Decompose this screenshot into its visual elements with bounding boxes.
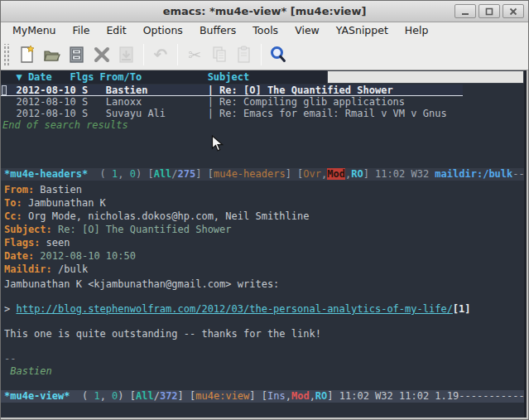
message-headers: From: Bastien To: Jambunathan K Cc: Org …: [1, 183, 524, 276]
paste-clipboard-icon: [234, 45, 254, 65]
close-button[interactable]: [503, 4, 524, 18]
menu-item-yasnippet[interactable]: YASnippet: [328, 22, 397, 39]
titlebar[interactable]: emacs: *mu4e-view* [mu4e:view]: [1, 1, 528, 22]
field-sep: :: [16, 210, 27, 222]
modeline-count: 372: [160, 390, 178, 402]
field-label: Cc: [4, 210, 16, 222]
modeline-readonly-flag: RO: [351, 168, 363, 180]
menu-item-mymenu[interactable]: MyMenu: [4, 22, 65, 39]
field-date: Date: 2012-08-10 10:50: [1, 249, 524, 263]
new-file-button[interactable]: [15, 42, 40, 67]
message-row[interactable]: 2012-08-10 S Lanoxx | Re: Compiling glib…: [1, 96, 524, 108]
toolbar-separator: [261, 44, 262, 65]
field-subject: Subject: Re: [O] The Quantified Shower: [1, 223, 524, 236]
menu-item-tools[interactable]: Tools: [244, 22, 286, 39]
blank-line: [1, 316, 524, 328]
view-modeline: *mu4e-view* ( 1, 0) [All/372] [mu4e:view…: [1, 390, 524, 403]
window-controls: [454, 4, 524, 18]
modeline-major-mode: mu4e:view: [195, 390, 249, 402]
signature-separator: --: [1, 353, 524, 365]
delete-button[interactable]: [89, 42, 114, 67]
field-from: From: Bastien: [1, 183, 524, 196]
modeline-text: (: [88, 168, 112, 180]
field-label: From: [4, 184, 28, 196]
field-label: Subject: [4, 224, 46, 235]
modeline-dashes: --------------------------------: [459, 390, 524, 402]
search-button[interactable]: [266, 42, 291, 67]
modeline-ins-flag: Ins: [267, 390, 286, 402]
echo-area[interactable]: [1, 403, 524, 418]
message-row[interactable]: 2012-08-10 S Suvayu Ali | Re: Emacs for …: [1, 108, 524, 119]
copy-button: [207, 42, 232, 67]
modeline-readonly-flag: RO: [315, 390, 327, 402]
message-view-window: From: Bastien To: Jambunathan K Cc: Org …: [1, 181, 524, 390]
maximize-icon: [485, 7, 493, 16]
field-value: 2012-08-10 10:50: [40, 250, 136, 262]
modeline-major-mode: mu4e-headers: [214, 168, 286, 180]
menu-item-help[interactable]: Help: [397, 22, 437, 39]
blank-line: [1, 291, 524, 303]
modeline-buffer-name: *mu4e-view*: [4, 390, 70, 402]
undo-icon: ↶: [154, 45, 168, 65]
save-button[interactable]: [65, 42, 89, 67]
undo-button: ↶: [148, 42, 173, 67]
field-sep: :: [16, 197, 27, 209]
quote-prefix: >: [4, 303, 16, 315]
toolbar-drag-handle[interactable]: [2, 44, 10, 65]
modeline-mod-flag: Mod: [291, 390, 310, 402]
field-label: To: [4, 197, 16, 209]
modeline-text: ]: [363, 168, 375, 180]
field-value: Org Mode, nicholas.dokos@hp.com, Neil Sm…: [28, 210, 310, 222]
headers-modeline: *mu4e-headers* ( 1, 0) [All/275] [mu4e-h…: [1, 168, 524, 181]
modeline-text: ,: [100, 390, 112, 402]
modeline-text: ,: [310, 390, 315, 402]
body-comment-line: This one is quite outstanding -- thanks …: [1, 328, 524, 340]
field-value: /bulk: [58, 263, 88, 275]
modeline-mod-flag: Mod: [327, 168, 345, 180]
open-file-button[interactable]: [40, 42, 65, 67]
hyperlink[interactable]: http://blog.stephenwolfram.com/2012/03/t…: [16, 303, 452, 315]
signature: Bastien: [1, 365, 524, 378]
field-label: Maildir: [4, 263, 46, 275]
modeline-text: ,: [286, 390, 291, 402]
toolbar-separator: [143, 44, 144, 65]
headers-scrollbar[interactable]: [327, 70, 524, 84]
maximize-button[interactable]: [479, 4, 500, 18]
modeline-text: ] [: [249, 390, 267, 402]
modeline-text: ] [: [286, 168, 304, 180]
modeline-count: 275: [178, 168, 196, 180]
body-intro-line: Jambunathan K <kjambunathan@gmail.com> w…: [1, 278, 524, 291]
menu-item-buffers[interactable]: Buffers: [191, 22, 244, 39]
modeline-col-number: 0: [130, 168, 136, 180]
message-row-selected[interactable]: 2012-08-10 S Bastien | Re: [O] The Quant…: [1, 84, 463, 96]
save-icon: [67, 45, 87, 65]
modeline-text: /: [154, 390, 160, 402]
menu-item-edit[interactable]: Edit: [98, 22, 134, 39]
field-maildir: Maildir: /bulk: [1, 263, 524, 276]
field-value: Re: [O] The Quantified Shower: [58, 224, 232, 235]
link-footnote-ref: [1]: [453, 303, 471, 315]
quoted-link-line: > http://blog.stephenwolfram.com/2012/03…: [1, 303, 524, 316]
menu-item-view[interactable]: View: [286, 22, 328, 39]
field-sep: :: [28, 184, 40, 196]
delete-x-icon: [93, 46, 111, 64]
mouse-pointer-icon: [211, 135, 224, 156]
minimize-button[interactable]: [454, 4, 476, 18]
cut-scissors-icon: ✂: [188, 46, 201, 64]
blank-line: [1, 340, 524, 353]
modeline-text: ) [: [136, 168, 154, 180]
menubar: MyMenu File Edit Options Buffers Tools V…: [1, 22, 528, 39]
field-sep: :: [46, 224, 58, 235]
modeline-text: ] [: [178, 390, 196, 402]
message-body: Jambunathan K <kjambunathan@gmail.com> w…: [1, 278, 524, 378]
window-title: emacs: *mu4e-view* [mu4e:view]: [163, 5, 367, 17]
copy-icon: [209, 45, 229, 65]
field-value: Bastien: [40, 184, 82, 196]
search-magnifier-icon: [268, 45, 288, 65]
save-as-icon: [117, 45, 137, 65]
menu-item-options[interactable]: Options: [135, 22, 191, 39]
modeline-text: ) [: [118, 390, 136, 402]
modeline-time: 11:02 W32 11:02 1.19: [339, 390, 459, 402]
menu-item-file[interactable]: File: [65, 22, 99, 39]
emacs-window-frame: emacs: *mu4e-view* [mu4e:view] MyMenu Fi…: [0, 0, 529, 420]
